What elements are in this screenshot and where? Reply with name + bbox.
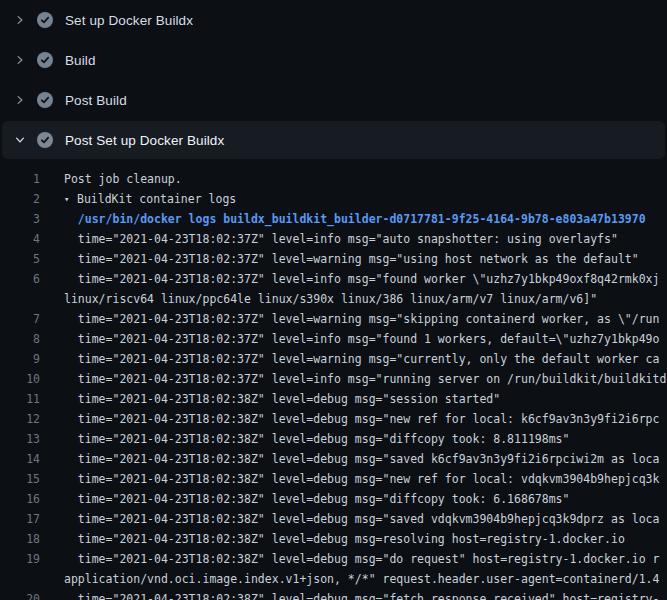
chevron-right-icon[interactable]	[12, 52, 28, 68]
line-number[interactable]: 8	[0, 329, 40, 349]
log-line: 12 time="2021-04-23T18:02:38Z" level=deb…	[0, 409, 667, 429]
check-circle-icon	[37, 52, 53, 68]
log-line: 11 time="2021-04-23T18:02:38Z" level=deb…	[0, 389, 667, 409]
log-line-continuation: application/vnd.oci.image.index.v1+json,…	[0, 569, 667, 589]
log-line: 6 time="2021-04-23T18:02:37Z" level=info…	[0, 269, 667, 289]
log-line: 17 time="2021-04-23T18:02:38Z" level=deb…	[0, 509, 667, 529]
log-text: time="2021-04-23T18:02:38Z" level=debug …	[64, 389, 500, 409]
line-number	[0, 569, 40, 589]
log-text: time="2021-04-23T18:02:37Z" level=info m…	[64, 229, 618, 249]
line-number[interactable]: 3	[0, 209, 40, 229]
step-post-set-up-docker-buildx[interactable]: Post Set up Docker Buildx	[2, 121, 665, 159]
log-text: application/vnd.oci.image.index.v1+json,…	[64, 569, 659, 589]
log-line: 9 time="2021-04-23T18:02:37Z" level=warn…	[0, 349, 667, 369]
log-line: 19 time="2021-04-23T18:02:38Z" level=deb…	[0, 549, 667, 569]
line-number[interactable]: 14	[0, 449, 40, 469]
line-number[interactable]: 7	[0, 309, 40, 329]
log-text: time="2021-04-23T18:02:38Z" level=debug …	[64, 529, 625, 549]
line-number[interactable]: 17	[0, 509, 40, 529]
log-text: time="2021-04-23T18:02:37Z" level=info m…	[64, 269, 659, 289]
log-text: time="2021-04-23T18:02:38Z" level=debug …	[64, 449, 659, 469]
log-line: 8 time="2021-04-23T18:02:37Z" level=info…	[0, 329, 667, 349]
check-circle-icon	[37, 132, 53, 148]
log-line: 15 time="2021-04-23T18:02:38Z" level=deb…	[0, 469, 667, 489]
line-number[interactable]: 6	[0, 269, 40, 289]
step-build[interactable]: Build	[0, 40, 667, 80]
line-number[interactable]: 16	[0, 489, 40, 509]
log-text: time="2021-04-23T18:02:38Z" level=debug …	[64, 509, 659, 529]
log-line: 5 time="2021-04-23T18:02:37Z" level=warn…	[0, 249, 667, 269]
line-number[interactable]: 4	[0, 229, 40, 249]
log-text: time="2021-04-23T18:02:37Z" level=info m…	[64, 329, 659, 349]
chevron-right-icon[interactable]	[12, 92, 28, 108]
line-number[interactable]: 10	[0, 369, 40, 389]
log-line: 20 time="2021-04-23T18:02:38Z" level=deb…	[0, 589, 667, 600]
log-line-group: 2 ▾ BuildKit container logs	[0, 189, 667, 209]
log-line: 13 time="2021-04-23T18:02:38Z" level=deb…	[0, 429, 667, 449]
log-text: time="2021-04-23T18:02:37Z" level=warnin…	[64, 249, 639, 269]
log-line: 4 time="2021-04-23T18:02:37Z" level=info…	[0, 229, 667, 249]
step-label: Post Set up Docker Buildx	[65, 133, 224, 148]
log-line-continuation: linux/riscv64 linux/ppc64le linux/s390x …	[0, 289, 667, 309]
log-text: time="2021-04-23T18:02:37Z" level=info m…	[64, 369, 666, 389]
log-group-title[interactable]: BuildKit container logs	[77, 189, 236, 209]
chevron-down-icon[interactable]	[12, 132, 28, 148]
log-text: Post job cleanup.	[64, 169, 182, 189]
check-circle-icon	[37, 92, 53, 108]
line-number[interactable]: 18	[0, 529, 40, 549]
log-text: time="2021-04-23T18:02:38Z" level=debug …	[64, 549, 659, 569]
log-text: time="2021-04-23T18:02:37Z" level=warnin…	[64, 349, 659, 369]
log-line: 3 /usr/bin/docker logs buildx_buildkit_b…	[0, 209, 667, 229]
line-number[interactable]: 19	[0, 549, 40, 569]
log-line: 7 time="2021-04-23T18:02:37Z" level=warn…	[0, 309, 667, 329]
line-number[interactable]: 15	[0, 469, 40, 489]
group-collapse-icon[interactable]: ▾	[64, 189, 77, 209]
log-line: 14 time="2021-04-23T18:02:38Z" level=deb…	[0, 449, 667, 469]
step-set-up-docker-buildx[interactable]: Set up Docker Buildx	[0, 0, 667, 40]
log-line: 18 time="2021-04-23T18:02:38Z" level=deb…	[0, 529, 667, 549]
line-number[interactable]: 12	[0, 409, 40, 429]
log-line: 16 time="2021-04-23T18:02:38Z" level=deb…	[0, 489, 667, 509]
log-viewer: 1 Post job cleanup. 2 ▾ BuildKit contain…	[0, 169, 667, 600]
log-text: time="2021-04-23T18:02:37Z" level=warnin…	[64, 309, 659, 329]
log-text: time="2021-04-23T18:02:38Z" level=debug …	[64, 429, 569, 449]
line-number[interactable]: 20	[0, 589, 40, 600]
line-number[interactable]: 11	[0, 389, 40, 409]
check-circle-icon	[37, 12, 53, 28]
log-text: time="2021-04-23T18:02:38Z" level=debug …	[64, 409, 659, 429]
log-line: 10 time="2021-04-23T18:02:37Z" level=inf…	[0, 369, 667, 389]
line-number[interactable]: 5	[0, 249, 40, 269]
step-label: Post Build	[65, 93, 127, 108]
log-command-text: /usr/bin/docker logs buildx_buildkit_bui…	[64, 209, 646, 229]
step-post-build[interactable]: Post Build	[0, 80, 667, 120]
step-label: Set up Docker Buildx	[65, 13, 193, 28]
log-text: time="2021-04-23T18:02:38Z" level=debug …	[64, 589, 659, 600]
line-number[interactable]: 9	[0, 349, 40, 369]
log-text: time="2021-04-23T18:02:38Z" level=debug …	[64, 469, 659, 489]
step-label: Build	[65, 53, 96, 68]
line-number	[0, 289, 40, 309]
log-text: linux/riscv64 linux/ppc64le linux/s390x …	[64, 289, 597, 309]
line-number[interactable]: 1	[0, 169, 40, 189]
log-text: time="2021-04-23T18:02:38Z" level=debug …	[64, 489, 569, 509]
steps-list: Set up Docker Buildx Build Post Build Po…	[0, 0, 667, 159]
line-number[interactable]: 2	[0, 189, 40, 209]
line-number[interactable]: 13	[0, 429, 40, 449]
log-line: 1 Post job cleanup.	[0, 169, 667, 189]
chevron-right-icon[interactable]	[12, 12, 28, 28]
